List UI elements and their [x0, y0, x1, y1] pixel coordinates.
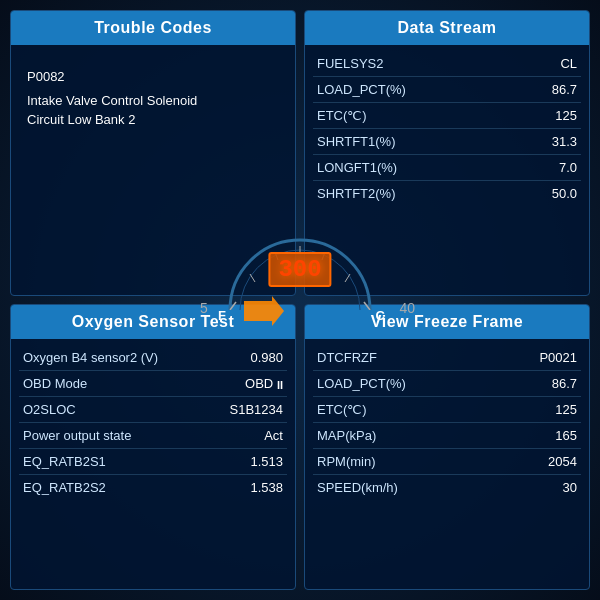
row-value: 31.3 — [512, 129, 581, 155]
row-label: LOAD_PCT(%) — [313, 77, 512, 103]
row-value: 125 — [495, 397, 581, 423]
table-row: ETC(℃)125 — [313, 103, 581, 129]
table-row: Oxygen B4 sensor2 (V)0.980 — [19, 345, 287, 371]
table-row: ETC(℃)125 — [313, 397, 581, 423]
table-row: LONGFT1(%)7.0 — [313, 155, 581, 181]
row-value: S1B1234 — [206, 397, 287, 423]
freeze-frame-header: View Freeze Frame — [305, 305, 589, 339]
table-row: FUELSYS2CL — [313, 51, 581, 77]
row-label: EQ_RATB2S1 — [19, 449, 206, 475]
speed-display: 300 — [268, 252, 331, 287]
table-row: EQ_RATB2S11.513 — [19, 449, 287, 475]
row-value: CL — [512, 51, 581, 77]
row-label: LOAD_PCT(%) — [313, 371, 495, 397]
trouble-code-id: P0082 — [27, 67, 283, 87]
oxygen-sensor-body: Oxygen B4 sensor2 (V)0.980OBD ModeOBD II… — [11, 339, 295, 589]
row-value: 125 — [512, 103, 581, 129]
trouble-codes-header: Trouble Codes — [11, 11, 295, 45]
table-row: O2SLOCS1B1234 — [19, 397, 287, 423]
table-row: SHRTFT2(%)50.0 — [313, 181, 581, 207]
row-value: 165 — [495, 423, 581, 449]
table-row: LOAD_PCT(%)86.7 — [313, 371, 581, 397]
row-value: 0.980 — [206, 345, 287, 371]
row-value: OBD II — [206, 371, 287, 397]
row-label: SHRTFT1(%) — [313, 129, 512, 155]
freeze-frame-body: DTCFRZFP0021LOAD_PCT(%)86.7ETC(℃)125MAP(… — [305, 339, 589, 589]
row-label: MAP(kPa) — [313, 423, 495, 449]
svg-marker-7 — [244, 296, 284, 326]
table-row: OBD ModeOBD II — [19, 371, 287, 397]
table-row: RPM(min)2054 — [313, 449, 581, 475]
freeze-frame-panel: View Freeze Frame DTCFRZFP0021LOAD_PCT(%… — [304, 304, 590, 590]
row-value: 86.7 — [495, 371, 581, 397]
row-value: 1.538 — [206, 475, 287, 501]
trouble-code-desc1: Intake Valve Control Solenoid — [27, 91, 283, 111]
gauge-label-f: F — [218, 308, 226, 323]
gauge-number-5: 5 — [200, 300, 208, 316]
row-label: EQ_RATB2S2 — [19, 475, 206, 501]
oxygen-sensor-table: Oxygen B4 sensor2 (V)0.980OBD ModeOBD II… — [19, 345, 287, 500]
data-stream-table: FUELSYS2CLLOAD_PCT(%)86.7ETC(℃)125SHRTFT… — [313, 51, 581, 206]
row-label: DTCFRZF — [313, 345, 495, 371]
row-label: ETC(℃) — [313, 103, 512, 129]
row-value: 50.0 — [512, 181, 581, 207]
freeze-frame-table: DTCFRZFP0021LOAD_PCT(%)86.7ETC(℃)125MAP(… — [313, 345, 581, 500]
trouble-code-desc2: Circuit Low Bank 2 — [27, 110, 283, 130]
oxygen-sensor-panel: Oxygen Sensor Test Oxygen B4 sensor2 (V)… — [10, 304, 296, 590]
row-label: RPM(min) — [313, 449, 495, 475]
table-row: MAP(kPa)165 — [313, 423, 581, 449]
direction-arrow — [244, 296, 284, 326]
row-value: 86.7 — [512, 77, 581, 103]
table-row: DTCFRZFP0021 — [313, 345, 581, 371]
row-value: 1.513 — [206, 449, 287, 475]
row-value: Act — [206, 423, 287, 449]
gauge-number-40: 40 — [399, 300, 415, 316]
svg-line-5 — [345, 274, 350, 282]
row-label: FUELSYS2 — [313, 51, 512, 77]
table-row: Power output stateAct — [19, 423, 287, 449]
data-stream-header: Data Stream — [305, 11, 589, 45]
row-label: SPEED(km/h) — [313, 475, 495, 501]
trouble-code-content: P0082 Intake Valve Control Solenoid Circ… — [23, 67, 283, 130]
row-label: LONGFT1(%) — [313, 155, 512, 181]
row-label: O2SLOC — [19, 397, 206, 423]
table-row: SPEED(km/h)30 — [313, 475, 581, 501]
table-row: LOAD_PCT(%)86.7 — [313, 77, 581, 103]
row-label: Oxygen B4 sensor2 (V) — [19, 345, 206, 371]
svg-line-1 — [250, 274, 255, 282]
row-value: 2054 — [495, 449, 581, 475]
row-label: SHRTFT2(%) — [313, 181, 512, 207]
row-value: P0021 — [495, 345, 581, 371]
row-value: 7.0 — [512, 155, 581, 181]
table-row: EQ_RATB2S21.538 — [19, 475, 287, 501]
row-label: Power output state — [19, 423, 206, 449]
gauge-label-c: C — [376, 308, 385, 323]
table-row: SHRTFT1(%)31.3 — [313, 129, 581, 155]
row-value: 30 — [495, 475, 581, 501]
row-label: ETC(℃) — [313, 397, 495, 423]
row-label: OBD Mode — [19, 371, 206, 397]
